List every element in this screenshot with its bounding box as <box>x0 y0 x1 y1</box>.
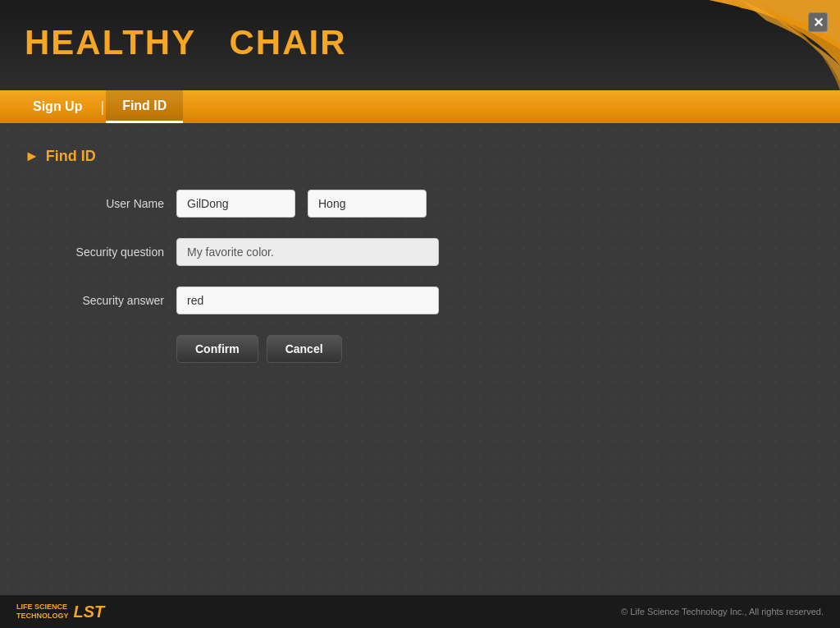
cancel-button[interactable]: Cancel <box>267 335 342 363</box>
security-question-label: Security question <box>57 245 164 259</box>
button-row: Confirm Cancel <box>176 335 815 363</box>
username-last-input[interactable] <box>308 190 427 218</box>
footer-logo-line2: TECHNOLOGY <box>16 612 69 621</box>
footer-logo-line1: LIFE SCIENCE <box>16 603 69 612</box>
find-id-form: User Name Security question Security ans… <box>25 190 815 363</box>
nav-divider: | <box>100 99 104 116</box>
logo-healthy: HEALTHY <box>25 23 195 62</box>
main-content: ► Find ID User Name Security question Se… <box>0 123 840 595</box>
chevron-right-icon: ► <box>25 148 39 165</box>
security-question-row: Security question <box>57 238 815 266</box>
close-icon: ✕ <box>813 15 824 30</box>
footer-logo: LIFE SCIENCE TECHNOLOGY LST <box>16 603 104 621</box>
nav-signup[interactable]: Sign Up <box>16 90 98 123</box>
close-button[interactable]: ✕ <box>808 12 828 32</box>
username-label: User Name <box>57 197 164 210</box>
username-first-input[interactable] <box>176 190 295 218</box>
nav-findid[interactable]: Find ID <box>106 90 183 123</box>
footer-logo-text-block: LIFE SCIENCE TECHNOLOGY <box>16 603 69 621</box>
footer-copyright: © Life Science Technology Inc., All righ… <box>621 607 824 617</box>
header: HEALTHY CHAIR <box>0 0 840 90</box>
security-answer-label: Security answer <box>57 294 164 307</box>
confirm-button[interactable]: Confirm <box>176 335 258 363</box>
logo-chair: CHAIR <box>229 23 346 62</box>
logo: HEALTHY CHAIR <box>25 23 346 62</box>
security-answer-row: Security answer <box>57 286 815 314</box>
section-title: Find ID <box>46 148 96 165</box>
navigation-bar: Sign Up | Find ID <box>0 90 840 123</box>
footer: LIFE SCIENCE TECHNOLOGY LST © Life Scien… <box>0 595 840 628</box>
username-row: User Name <box>57 190 815 218</box>
section-title-row: ► Find ID <box>25 148 815 165</box>
security-question-input <box>176 238 439 266</box>
security-answer-input[interactable] <box>176 286 439 314</box>
footer-lst-icon: LST <box>74 603 105 621</box>
